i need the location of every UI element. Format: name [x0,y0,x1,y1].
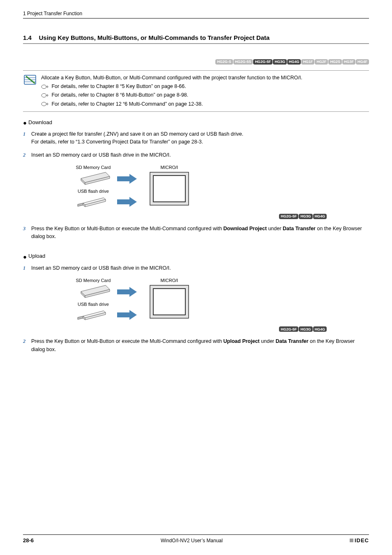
step-text: Press the Key Button or Multi-Button or … [31,226,224,231]
micro-label: MICRO/I [161,165,178,170]
svg-marker-11 [129,174,137,184]
svg-marker-15 [78,203,83,206]
model-badge: HG2G-5F [279,214,298,219]
step-bold: Data Transfer [276,338,309,344]
download-heading: ●Download [23,119,369,126]
note-ref-1-text: For details, refer to Chapter 8 “5 Key B… [51,83,186,89]
note-ref-2-text: For details, refer to Chapter 8 “6 Multi… [51,92,188,98]
svg-text:USB flash drive: USB flash drive [78,302,109,307]
sd-card-icon [81,172,110,185]
model-badge: HG4F [356,59,369,65]
note-ref-3: For details, refer to Chapter 12 “6 Mult… [41,100,369,108]
svg-rect-32 [117,312,129,317]
step-body: Insert an SD memory card or USB flash dr… [31,151,369,159]
note-ref-1: For details, refer to Chapter 8 “5 Key B… [41,83,369,90]
svg-rect-16 [117,199,129,204]
svg-rect-35 [153,289,185,315]
usb-drive-icon [78,198,106,207]
download-step-1: 1 Create a project file for transfer (.Z… [23,130,369,146]
step-body: Insert an SD memory card or USB flash dr… [31,264,369,272]
model-badge: HG3G [299,326,313,332]
upload-step-2: 2 Press the Key Button or Multi-Button o… [23,338,369,354]
idec-logo: IDEC [350,537,369,543]
step-bold: Upload Project [224,338,260,344]
svg-marker-27 [129,287,137,297]
step-number: 1 [23,264,31,272]
upload-diagram: SD Memory Card MICRO/I USB flash drive H… [23,277,369,332]
arrow-icon [117,287,137,297]
manual-title: WindO/I-NV2 User’s Manual [161,538,223,543]
footer-rule [23,534,369,535]
model-badge: HG2S [328,59,342,65]
model-badge: HG2F [315,59,328,65]
note-ref-3-text: For details, refer to Chapter 12 “6 Mult… [51,101,203,107]
svg-rect-10 [117,176,129,181]
step-text: Press the Key Button or Multi-Button or … [31,338,224,344]
step-line: For details, refer to “1.3 Converting Pr… [31,138,369,146]
model-badge: HG1F [301,59,314,65]
model-badge-row: HG2G-SHG2G-5SHG2G-5FHG3GHG4GHG1FHG2FHG2S… [23,58,369,65]
step-body: Press the Key Button or Multi-Button or … [31,225,369,241]
section-number: 1.4 [23,34,32,41]
arrow-icon [117,174,137,184]
pointer-icon [41,84,48,89]
model-badge: HG2G-5F [279,326,298,332]
step-line: Insert an SD memory card or USB flash dr… [31,151,369,159]
step-body: Press the Key Button or Multi-Button or … [31,338,369,354]
usb-drive-icon [78,311,106,320]
model-badge: HG4G [313,326,327,332]
step-text: under [260,338,276,344]
step-number: 2 [23,151,31,159]
model-badge: HG3G [299,214,313,219]
arrow-icon [117,197,137,207]
note-box: Allocate a Key Button, Multi-Button, or … [23,70,369,112]
model-badge: HG3F [342,59,355,65]
note-content: Allocate a Key Button, Multi-Button, or … [41,74,369,109]
step-line: Insert an SD memory card or USB flash dr… [31,264,369,272]
model-badge: HG4G [287,59,301,65]
diagram-badge-row: HG2G-5FHG3GHG4G [274,326,332,332]
step-number: 1 [23,130,31,146]
section-heading: 1.4 Using Key Buttons, Multi-Buttons, or… [23,34,369,41]
sd-card-icon [81,285,110,298]
step-number: 2 [23,338,31,354]
heading-underline [23,43,369,44]
svg-marker-33 [129,310,137,320]
page-footer: 28-6 WindO/I-NV2 User’s Manual IDEC [23,534,369,543]
step-bold: Download Project [224,226,267,231]
micro-device-icon [150,172,189,205]
note-ref-2: For details, refer to Chapter 8 “6 Multi… [41,91,369,99]
download-heading-text: Download [28,119,52,125]
idec-text: IDEC [355,537,369,543]
upload-step-1: 1 Insert an SD memory card or USB flash … [23,264,369,272]
page-number: 28-6 [23,537,34,543]
model-badge: HG3G [273,59,287,65]
step-bold: Data Transfer [283,226,316,231]
notebook-icon [23,74,37,86]
diagram-badge-row: HG2G-5FHG3GHG4G [274,213,332,219]
model-badge: HG2G-5F [253,59,272,65]
pointer-icon [41,93,48,98]
note-main: Allocate a Key Button, Multi-Button, or … [41,74,369,82]
breadcrumb: 1 Project Transfer Function [23,11,369,16]
upload-heading-text: Upload [28,253,45,259]
top-rule [23,18,369,18]
download-step-2: 2 Insert an SD memory card or USB flash … [23,151,369,159]
arrow-icon [117,310,137,320]
pointer-icon [41,102,48,106]
sd-label: SD Memory Card [76,165,111,170]
svg-marker-17 [129,197,137,207]
micro-device-icon [150,285,189,318]
step-number: 3 [23,225,31,241]
download-step-3: 3 Press the Key Button or Multi-Button o… [23,225,369,241]
svg-text:SD Memory Card: SD Memory Card [76,278,111,283]
step-line: Create a project file for transfer (.ZNV… [31,130,369,138]
step-body: Create a project file for transfer (.ZNV… [31,130,369,146]
svg-marker-31 [78,316,83,319]
svg-rect-19 [153,176,185,202]
model-badge: HG2G-S [215,59,233,65]
section-title: Using Key Buttons, Multi-Buttons, or Mul… [39,34,270,41]
model-badge: HG2G-5S [233,59,253,65]
svg-text:MICRO/I: MICRO/I [161,278,178,283]
usb-label: USB flash drive [78,189,109,194]
